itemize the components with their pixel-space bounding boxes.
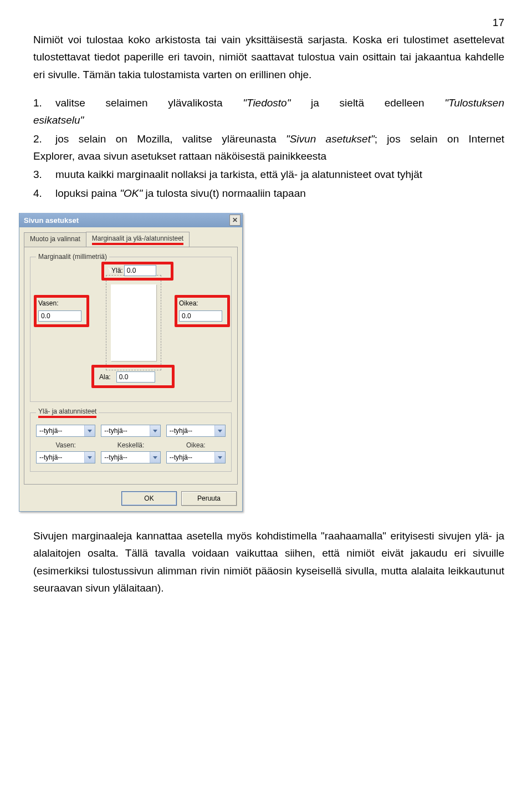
tab-label: Marginaalit ja ylä-/alatunnisteet <box>92 235 183 242</box>
text: ; jos selain on Internet <box>375 133 504 145</box>
margin-top-label: Ylä: <box>111 267 123 274</box>
list-item: 1. valitse selaimen ylävalikosta "Tiedos… <box>33 94 504 129</box>
hf-legend: Ylä- ja alatunnisteet <box>36 407 99 418</box>
dialog-screenshot: Sivun asetukset ✕ Muoto ja valinnat Marg… <box>19 213 504 512</box>
close-icon[interactable]: ✕ <box>229 215 241 226</box>
chevron-down-icon[interactable] <box>84 452 95 463</box>
hf-select-top-left[interactable]: --tyhjä-- <box>36 425 95 437</box>
highlight-annotation <box>92 243 183 245</box>
hf-col-label-center: Keskellä: <box>101 441 160 449</box>
hf-select-bottom-left[interactable]: --tyhjä-- <box>36 451 95 463</box>
instruction-list: 1. valitse selaimen ylävalikosta "Tiedos… <box>33 94 504 202</box>
text: ja tulosta sivu(t) normaaliin tapaan <box>142 187 306 199</box>
page: 17 Nimiöt voi tulostaa koko arkistosta t… <box>0 0 532 630</box>
list-item: 2. jos selain on Mozilla, valitse yläreu… <box>33 130 504 165</box>
header-footer-fieldset: Ylä- ja alatunnisteet --tyhjä-- --tyhjä-… <box>30 407 232 472</box>
dialog-buttons: OK Peruuta <box>19 489 242 511</box>
tab-format[interactable]: Muoto ja valinnat <box>24 232 86 247</box>
hf-col-label-left: Vasen: <box>36 441 95 449</box>
ok-button[interactable]: OK <box>121 491 177 506</box>
text: jos selain on Mozilla, valitse yläreunas… <box>55 133 286 145</box>
margins-fieldset: Marginaalit (millimetriä) Ylä: 0.0 <box>30 253 232 402</box>
page-preview-inner <box>111 284 156 361</box>
highlight-annotation <box>91 365 175 388</box>
chevron-down-icon[interactable] <box>150 452 160 463</box>
list-number: 4. <box>33 185 55 202</box>
hf-select-bottom-right[interactable]: --tyhjä-- <box>166 451 226 463</box>
text: lopuksi paina <box>55 187 120 199</box>
hf-select-bottom-center[interactable]: --tyhjä-- <box>101 451 160 463</box>
intro-paragraph: Nimiöt voi tulostaa koko arkistosta tai … <box>33 31 504 83</box>
tab-panel: Marginaalit (millimetriä) Ylä: 0.0 <box>24 247 238 485</box>
italic-text: "Sivun asetukset" <box>286 133 375 145</box>
text: ja sieltä edelleen <box>290 97 444 109</box>
hf-col-label-right: Oikea: <box>166 441 226 449</box>
italic-text: "Tulostuksen <box>444 97 504 109</box>
margins-legend: Marginaalit (millimetriä) <box>36 253 109 261</box>
italic-text: "OK" <box>120 187 142 199</box>
tabs: Muoto ja valinnat Marginaalit ja ylä-/al… <box>19 227 242 247</box>
italic-text: "Tiedosto" <box>243 97 290 109</box>
hf-select-top-center[interactable]: --tyhjä-- <box>101 425 160 437</box>
page-preview <box>106 275 161 370</box>
page-setup-dialog: Sivun asetukset ✕ Muoto ja valinnat Marg… <box>19 213 243 512</box>
hf-select-top-right[interactable]: --tyhjä-- <box>166 425 226 437</box>
text: Explorer, avaa sivun asetukset rattaan n… <box>33 147 504 165</box>
chevron-down-icon[interactable] <box>84 425 95 436</box>
list-number: 3. <box>33 166 55 183</box>
chevron-down-icon[interactable] <box>214 452 225 463</box>
highlight-annotation <box>175 295 230 327</box>
text: muuta kaikki marginaalit nollaksi ja tar… <box>55 166 504 183</box>
dialog-title: Sivun asetukset <box>24 216 79 225</box>
highlight-annotation <box>34 295 89 327</box>
chevron-down-icon[interactable] <box>214 425 225 436</box>
tab-margins[interactable]: Marginaalit ja ylä-/alatunnisteet <box>86 232 190 247</box>
cancel-button[interactable]: Peruuta <box>181 491 237 506</box>
chevron-down-icon[interactable] <box>150 425 160 436</box>
text: valitse selaimen ylävalikosta <box>55 97 243 109</box>
italic-text: esikatselu" <box>33 114 84 126</box>
closing-paragraph: Sivujen marginaaleja kannattaa asetella … <box>33 527 504 597</box>
list-item: 4. lopuksi paina "OK" ja tulosta sivu(t)… <box>33 185 504 202</box>
titlebar[interactable]: Sivun asetukset ✕ <box>19 213 242 227</box>
page-number: 17 <box>33 17 504 29</box>
list-item: 3. muuta kaikki marginaalit nollaksi ja … <box>33 166 504 183</box>
